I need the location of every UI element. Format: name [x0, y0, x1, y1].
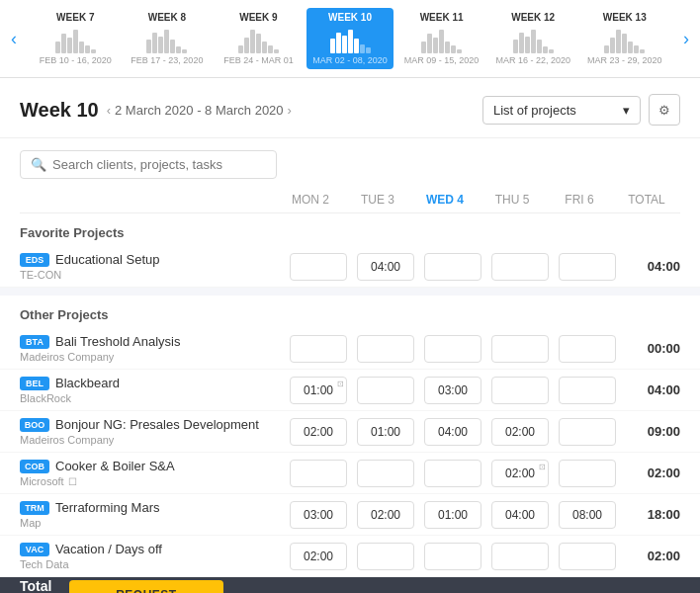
time-cell: 01:00: [352, 418, 419, 446]
time-box[interactable]: [559, 543, 616, 570]
time-box[interactable]: 04:00: [357, 253, 414, 281]
time-box[interactable]: [290, 335, 347, 363]
week-item-week7[interactable]: WEEK 7FEB 10 - 16, 2020: [32, 8, 120, 69]
bar: [256, 34, 261, 53]
week-item-date: MAR 16 - 22, 2020: [491, 55, 575, 65]
time-box[interactable]: 02:00: [491, 418, 549, 446]
section-gap: [0, 288, 700, 296]
time-box[interactable]: 04:00: [424, 418, 481, 446]
week-item-week9[interactable]: WEEK 9FEB 24 - MAR 01: [215, 8, 303, 69]
project-select[interactable]: List of projects ▾: [482, 96, 641, 125]
project-row: TRMTerraforming MarsMap03:0002:0001:0004…: [0, 494, 700, 536]
time-box[interactable]: [424, 460, 481, 487]
project-info: TRMTerraforming MarsMap: [20, 500, 285, 529]
col-header-mon: MON 2: [277, 193, 344, 207]
settings-button[interactable]: ⚙: [649, 94, 680, 126]
time-box[interactable]: 03:00: [424, 377, 481, 404]
time-box[interactable]: [559, 460, 616, 487]
time-box[interactable]: [290, 460, 347, 487]
time-box[interactable]: [559, 335, 616, 363]
week-item-week10[interactable]: WEEK 10MAR 02 - 08, 2020: [306, 8, 394, 69]
total-cell: 18:00: [621, 507, 680, 522]
project-select-label: List of projects: [493, 103, 576, 118]
week-bars: [34, 26, 118, 53]
time-box[interactable]: 02:00: [290, 543, 347, 570]
bar: [628, 42, 633, 53]
bar: [360, 44, 365, 53]
time-box[interactable]: [559, 253, 616, 281]
request-approval-button[interactable]: REQUEST APPROVAL: [69, 580, 222, 593]
time-box[interactable]: [491, 543, 549, 570]
time-box[interactable]: [424, 253, 481, 281]
week-item-week12[interactable]: WEEK 12MAR 16 - 22, 2020: [489, 8, 577, 69]
week-item-week13[interactable]: WEEK 13MAR 23 - 29, 2020: [580, 8, 668, 69]
time-box[interactable]: 01:00: [290, 377, 347, 404]
time-box[interactable]: 03:00: [290, 501, 347, 529]
time-cell: [352, 543, 419, 570]
time-box[interactable]: [491, 253, 549, 281]
search-row: 🔍: [0, 138, 700, 187]
project-client: BlackRock: [20, 392, 285, 404]
search-box: 🔍: [20, 150, 277, 179]
project-name-row: TRMTerraforming Mars: [20, 500, 285, 515]
project-name-row: BTABali Treshold Analysis: [20, 334, 285, 349]
week-item-date: MAR 02 - 08, 2020: [308, 55, 393, 65]
time-cell: [419, 460, 486, 487]
bar: [531, 30, 536, 53]
time-cell: 01:00: [285, 377, 352, 404]
bar: [525, 37, 530, 53]
range-next-arrow[interactable]: ›: [288, 103, 292, 118]
time-box[interactable]: [491, 335, 549, 363]
time-cell: [419, 543, 486, 570]
time-box[interactable]: [559, 418, 616, 446]
range-prev-arrow[interactable]: ‹: [107, 103, 111, 118]
bar: [73, 30, 78, 53]
week-item-week11[interactable]: WEEK 11MAR 09 - 15, 2020: [397, 8, 485, 69]
next-week-arrow[interactable]: ›: [672, 29, 700, 49]
time-box[interactable]: [424, 543, 481, 570]
week-item-label: WEEK 11: [399, 12, 483, 23]
search-input[interactable]: [52, 157, 266, 172]
week-bars: [217, 26, 301, 53]
project-badge: COB: [20, 460, 49, 473]
time-box[interactable]: 04:00: [491, 501, 549, 529]
time-box[interactable]: 02:00: [290, 418, 347, 446]
section-title-favorites: Favorite Projects: [0, 213, 700, 246]
time-box[interactable]: [357, 335, 414, 363]
bar: [457, 49, 462, 53]
prev-week-arrow[interactable]: ‹: [0, 29, 28, 49]
time-box[interactable]: [357, 377, 414, 404]
project-name: Bali Treshold Analysis: [55, 334, 180, 349]
time-box[interactable]: [357, 543, 414, 570]
time-box[interactable]: [559, 377, 616, 404]
bar: [262, 42, 267, 53]
bar: [519, 33, 524, 53]
bar: [152, 33, 157, 53]
range-text: 2 March 2020 - 8 March 2020: [115, 103, 284, 118]
chevron-down-icon: ▾: [623, 103, 630, 118]
bar: [61, 34, 66, 53]
time-box[interactable]: [290, 253, 347, 281]
time-box[interactable]: 01:00: [357, 418, 414, 446]
weeks-strip: WEEK 7FEB 10 - 16, 2020WEEK 8FEB 17 - 23…: [28, 8, 672, 69]
bar: [330, 39, 335, 53]
time-box[interactable]: [357, 460, 414, 487]
time-cell: [486, 335, 554, 363]
time-box[interactable]: 01:00: [424, 501, 481, 529]
sections-container: Favorite ProjectsEDSEducational SetupTE-…: [0, 213, 700, 577]
project-client: TE-CON: [20, 269, 285, 281]
time-box[interactable]: 02:00: [357, 501, 414, 529]
week-bars: [126, 26, 210, 53]
time-cell: 01:00: [419, 501, 486, 529]
project-badge: TRM: [20, 501, 49, 515]
time-box[interactable]: [491, 377, 549, 404]
bar: [158, 37, 163, 53]
week-item-week8[interactable]: WEEK 8FEB 17 - 23, 2020: [124, 8, 212, 69]
week-navigator: ‹ WEEK 7FEB 10 - 16, 2020WEEK 8FEB 17 - …: [0, 0, 700, 78]
time-box[interactable]: [424, 335, 481, 363]
project-name-row: EDSEducational Setup: [20, 252, 285, 267]
time-box[interactable]: 02:00: [491, 460, 549, 487]
time-cell: 02:00: [285, 418, 352, 446]
time-cell: 03:00: [285, 501, 352, 529]
time-box[interactable]: 08:00: [559, 501, 616, 529]
